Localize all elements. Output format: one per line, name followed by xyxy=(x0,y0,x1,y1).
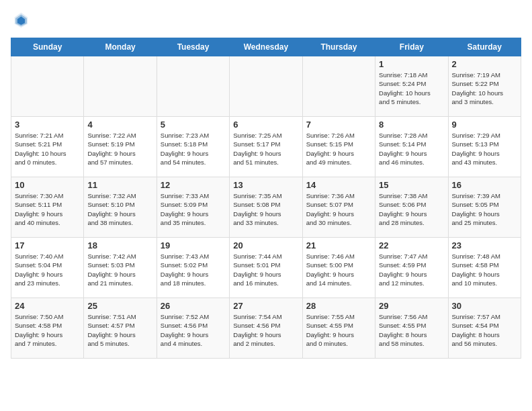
day-info: Sunrise: 7:25 AM Sunset: 5:17 PM Dayligh… xyxy=(233,131,298,167)
day-info: Sunrise: 7:32 AM Sunset: 5:10 PM Dayligh… xyxy=(87,191,152,227)
day-number: 29 xyxy=(379,301,444,311)
day-number: 6 xyxy=(233,120,298,130)
day-info: Sunrise: 7:39 AM Sunset: 5:05 PM Dayligh… xyxy=(452,191,517,227)
day-info: Sunrise: 7:55 AM Sunset: 4:55 PM Dayligh… xyxy=(306,312,371,348)
calendar-cell xyxy=(302,56,375,117)
day-info: Sunrise: 7:29 AM Sunset: 5:13 PM Dayligh… xyxy=(452,131,517,167)
day-info: Sunrise: 7:30 AM Sunset: 5:11 PM Dayligh… xyxy=(15,191,80,227)
day-number: 12 xyxy=(161,180,226,190)
day-info: Sunrise: 7:26 AM Sunset: 5:15 PM Dayligh… xyxy=(306,131,371,167)
day-info: Sunrise: 7:51 AM Sunset: 4:57 PM Dayligh… xyxy=(87,312,152,348)
day-info: Sunrise: 7:35 AM Sunset: 5:08 PM Dayligh… xyxy=(233,191,298,227)
day-number: 27 xyxy=(233,301,298,311)
weekday-header-thursday: Thursday xyxy=(302,38,375,56)
day-info: Sunrise: 7:42 AM Sunset: 5:03 PM Dayligh… xyxy=(87,252,152,287)
calendar-cell: 4Sunrise: 7:22 AM Sunset: 5:19 PM Daylig… xyxy=(84,117,157,177)
day-number: 5 xyxy=(161,120,226,130)
day-number: 7 xyxy=(306,120,371,130)
calendar-cell: 20Sunrise: 7:44 AM Sunset: 5:01 PM Dayli… xyxy=(230,238,302,298)
day-info: Sunrise: 7:43 AM Sunset: 5:02 PM Dayligh… xyxy=(161,252,226,287)
day-info: Sunrise: 7:40 AM Sunset: 5:04 PM Dayligh… xyxy=(15,252,80,287)
day-number: 20 xyxy=(233,240,298,250)
day-info: Sunrise: 7:23 AM Sunset: 5:18 PM Dayligh… xyxy=(161,131,226,167)
day-number: 24 xyxy=(15,301,80,311)
day-number: 3 xyxy=(15,120,80,130)
calendar-cell: 15Sunrise: 7:38 AM Sunset: 5:06 PM Dayli… xyxy=(375,177,448,238)
calendar-cell: 1Sunrise: 7:18 AM Sunset: 5:24 PM Daylig… xyxy=(375,56,448,117)
day-info: Sunrise: 7:44 AM Sunset: 5:01 PM Dayligh… xyxy=(233,252,298,287)
day-number: 17 xyxy=(15,240,80,250)
weekday-header-monday: Monday xyxy=(84,38,157,56)
calendar-cell xyxy=(230,56,302,117)
logo xyxy=(11,11,32,30)
calendar-cell: 19Sunrise: 7:43 AM Sunset: 5:02 PM Dayli… xyxy=(157,238,229,298)
day-info: Sunrise: 7:33 AM Sunset: 5:09 PM Dayligh… xyxy=(161,191,226,227)
day-number: 18 xyxy=(87,240,152,250)
calendar-cell: 13Sunrise: 7:35 AM Sunset: 5:08 PM Dayli… xyxy=(230,177,302,238)
weekday-header-friday: Friday xyxy=(375,38,448,56)
day-number: 10 xyxy=(15,180,80,190)
day-info: Sunrise: 7:22 AM Sunset: 5:19 PM Dayligh… xyxy=(87,131,152,167)
calendar-cell: 28Sunrise: 7:55 AM Sunset: 4:55 PM Dayli… xyxy=(302,298,375,359)
calendar-table: SundayMondayTuesdayWednesdayThursdayFrid… xyxy=(11,38,521,359)
day-number: 30 xyxy=(452,301,517,311)
day-number: 8 xyxy=(379,120,444,130)
day-info: Sunrise: 7:18 AM Sunset: 5:24 PM Dayligh… xyxy=(379,71,444,106)
day-number: 13 xyxy=(233,180,298,190)
calendar-cell: 23Sunrise: 7:48 AM Sunset: 4:58 PM Dayli… xyxy=(448,238,521,298)
weekday-header-saturday: Saturday xyxy=(448,38,521,56)
calendar-cell: 6Sunrise: 7:25 AM Sunset: 5:17 PM Daylig… xyxy=(230,117,302,177)
day-info: Sunrise: 7:36 AM Sunset: 5:07 PM Dayligh… xyxy=(306,191,371,227)
calendar-cell: 14Sunrise: 7:36 AM Sunset: 5:07 PM Dayli… xyxy=(302,177,375,238)
day-number: 22 xyxy=(379,240,444,250)
calendar-cell: 10Sunrise: 7:30 AM Sunset: 5:11 PM Dayli… xyxy=(11,177,84,238)
calendar-cell: 17Sunrise: 7:40 AM Sunset: 5:04 PM Dayli… xyxy=(11,238,84,298)
day-info: Sunrise: 7:48 AM Sunset: 4:58 PM Dayligh… xyxy=(452,252,517,287)
calendar-cell: 3Sunrise: 7:21 AM Sunset: 5:21 PM Daylig… xyxy=(11,117,84,177)
day-number: 2 xyxy=(452,59,517,69)
day-info: Sunrise: 7:56 AM Sunset: 4:55 PM Dayligh… xyxy=(379,312,444,348)
calendar-cell: 9Sunrise: 7:29 AM Sunset: 5:13 PM Daylig… xyxy=(448,117,521,177)
day-info: Sunrise: 7:54 AM Sunset: 4:56 PM Dayligh… xyxy=(233,312,298,348)
day-number: 16 xyxy=(452,180,517,190)
day-info: Sunrise: 7:46 AM Sunset: 5:00 PM Dayligh… xyxy=(306,252,371,287)
calendar-cell: 18Sunrise: 7:42 AM Sunset: 5:03 PM Dayli… xyxy=(84,238,157,298)
calendar-cell: 30Sunrise: 7:57 AM Sunset: 4:54 PM Dayli… xyxy=(448,298,521,359)
day-info: Sunrise: 7:21 AM Sunset: 5:21 PM Dayligh… xyxy=(15,131,80,167)
calendar-cell: 7Sunrise: 7:26 AM Sunset: 5:15 PM Daylig… xyxy=(302,117,375,177)
day-number: 11 xyxy=(87,180,152,190)
day-info: Sunrise: 7:38 AM Sunset: 5:06 PM Dayligh… xyxy=(379,191,444,227)
day-info: Sunrise: 7:19 AM Sunset: 5:22 PM Dayligh… xyxy=(452,71,517,106)
calendar-cell: 5Sunrise: 7:23 AM Sunset: 5:18 PM Daylig… xyxy=(157,117,229,177)
day-number: 23 xyxy=(452,240,517,250)
calendar-cell: 27Sunrise: 7:54 AM Sunset: 4:56 PM Dayli… xyxy=(230,298,302,359)
calendar-cell: 16Sunrise: 7:39 AM Sunset: 5:05 PM Dayli… xyxy=(448,177,521,238)
day-info: Sunrise: 7:28 AM Sunset: 5:14 PM Dayligh… xyxy=(379,131,444,167)
day-number: 19 xyxy=(161,240,226,250)
day-info: Sunrise: 7:50 AM Sunset: 4:58 PM Dayligh… xyxy=(15,312,80,348)
day-info: Sunrise: 7:47 AM Sunset: 4:59 PM Dayligh… xyxy=(379,252,444,287)
day-info: Sunrise: 7:57 AM Sunset: 4:54 PM Dayligh… xyxy=(452,312,517,348)
weekday-header-wednesday: Wednesday xyxy=(230,38,302,56)
day-info: Sunrise: 7:52 AM Sunset: 4:56 PM Dayligh… xyxy=(161,312,226,348)
weekday-header-tuesday: Tuesday xyxy=(157,38,229,56)
calendar-cell: 25Sunrise: 7:51 AM Sunset: 4:57 PM Dayli… xyxy=(84,298,157,359)
calendar-cell: 8Sunrise: 7:28 AM Sunset: 5:14 PM Daylig… xyxy=(375,117,448,177)
day-number: 26 xyxy=(161,301,226,311)
calendar-cell: 21Sunrise: 7:46 AM Sunset: 5:00 PM Dayli… xyxy=(302,238,375,298)
day-number: 25 xyxy=(87,301,152,311)
day-number: 1 xyxy=(379,59,444,69)
calendar-cell: 12Sunrise: 7:33 AM Sunset: 5:09 PM Dayli… xyxy=(157,177,229,238)
calendar-cell: 11Sunrise: 7:32 AM Sunset: 5:10 PM Dayli… xyxy=(84,177,157,238)
day-number: 21 xyxy=(306,240,371,250)
weekday-header-sunday: Sunday xyxy=(11,38,84,56)
day-number: 14 xyxy=(306,180,371,190)
calendar-cell: 2Sunrise: 7:19 AM Sunset: 5:22 PM Daylig… xyxy=(448,56,521,117)
calendar-cell: 29Sunrise: 7:56 AM Sunset: 4:55 PM Dayli… xyxy=(375,298,448,359)
calendar-cell: 26Sunrise: 7:52 AM Sunset: 4:56 PM Dayli… xyxy=(157,298,229,359)
calendar-cell: 22Sunrise: 7:47 AM Sunset: 4:59 PM Dayli… xyxy=(375,238,448,298)
calendar-cell xyxy=(84,56,157,117)
calendar-cell xyxy=(157,56,229,117)
day-number: 9 xyxy=(452,120,517,130)
calendar-cell: 24Sunrise: 7:50 AM Sunset: 4:58 PM Dayli… xyxy=(11,298,84,359)
